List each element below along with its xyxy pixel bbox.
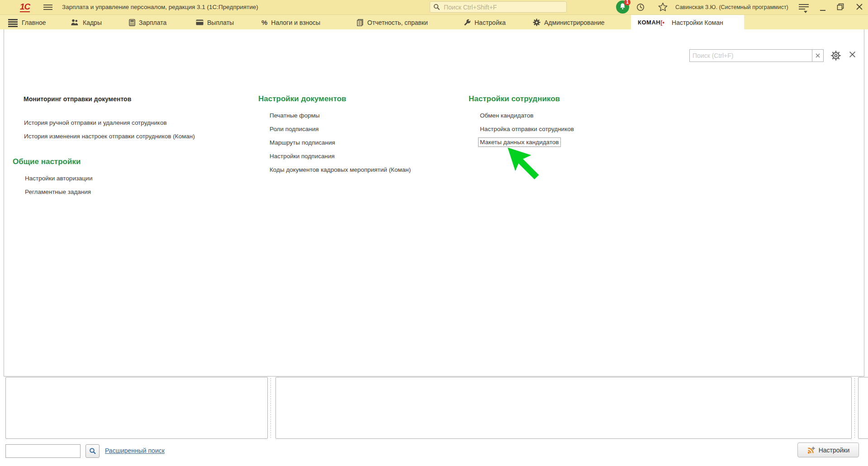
menu-link-marshruty-podpisaniya[interactable]: Маршруты подписания — [270, 139, 335, 146]
close-window-button[interactable] — [856, 3, 863, 12]
tab-nastroyka[interactable]: Настройка — [464, 15, 506, 30]
gear-icon — [533, 19, 541, 26]
menu-link-roli-podpisaniya[interactable]: Роли подписания — [270, 126, 319, 132]
menu-link-nastroyki-podpisaniya[interactable]: Настройки подписания — [270, 153, 335, 160]
menu-link-nastroyki-avtorizatsii[interactable]: Настройки авторизации — [25, 175, 92, 182]
current-user-label[interactable]: Савинская З.Ю. (Системный программист) — [675, 4, 788, 10]
tab-label: Администрирование — [544, 19, 605, 26]
koman-brand-mark: [• — [660, 19, 664, 26]
global-search-input[interactable] — [443, 3, 566, 11]
tab-label: Кадры — [83, 19, 102, 26]
tab-label: Отчетность, справки — [367, 19, 428, 26]
global-search-box[interactable] — [430, 1, 567, 13]
notification-badge: 1 — [624, 0, 631, 5]
koman-brand-logo: КОМАН — [638, 19, 660, 26]
search-icon — [433, 4, 440, 10]
payment-card-icon — [196, 19, 204, 25]
rss-gear-icon — [807, 446, 815, 454]
tab-glavnoe[interactable]: Главное — [22, 15, 46, 30]
wrench-icon — [464, 19, 471, 26]
panel-splitter[interactable] — [270, 378, 271, 438]
panel-settings-gear-icon[interactable] — [830, 50, 841, 63]
settings-button-label: Настройки — [819, 447, 850, 454]
tab-label: Зарплата — [139, 19, 166, 26]
reports-icon — [356, 19, 364, 26]
settings-menu-panel: Мониторинг отправки документов История р… — [4, 29, 864, 377]
menu-link-makety-dannykh-kandidatov-focused[interactable]: Макеты данных кандидатов — [479, 138, 560, 146]
green-callout-arrow-icon — [507, 147, 541, 183]
sections-hamburger-icon[interactable] — [8, 19, 18, 28]
menu-link-pechatnye-formy[interactable]: Печатные формы — [270, 112, 320, 119]
settings-button[interactable]: Настройки — [797, 442, 859, 457]
percent-icon: % — [261, 19, 267, 26]
tab-nalogi[interactable]: % Налоги и взносы — [261, 15, 320, 30]
menu-link-kody-dokumentov[interactable]: Коды документов кадровых мероприятий (Ко… — [270, 166, 411, 173]
search-icon — [89, 447, 96, 455]
section-heading-nastroyki-sotrudnikov: Настройки сотрудников — [469, 94, 560, 104]
form-group-box-left — [5, 377, 268, 439]
quick-search-input[interactable] — [5, 444, 81, 458]
menu-link-nastroyka-otpravki-sotrudnikov[interactable]: Настройка отправки сотрудников — [480, 126, 574, 132]
minimize-button[interactable] — [820, 5, 826, 13]
restore-button[interactable] — [837, 3, 844, 13]
form-group-box-edge — [858, 377, 868, 439]
menu-link-obmen-kandidatov[interactable]: Обмен кандидатов — [480, 112, 533, 119]
section-heading-obshchie-nastroyki: Общие настройки — [13, 157, 81, 166]
clear-x-icon — [816, 53, 820, 58]
section-menu-bar: Главное Кадры Зарплата Выплаты % Налоги … — [0, 14, 868, 29]
title-bar: 1С Зарплата и управление персоналом, ред… — [0, 0, 868, 14]
tab-vyplaty[interactable]: Выплаты — [196, 15, 234, 30]
calculator-icon — [129, 19, 135, 26]
main-menu-icon[interactable] — [43, 5, 52, 11]
search-button[interactable] — [85, 444, 100, 458]
clear-search-button[interactable] — [812, 50, 823, 61]
history-icon[interactable] — [636, 3, 645, 14]
panel-search-box[interactable] — [689, 49, 824, 62]
people-icon — [71, 19, 79, 26]
panel-search-input[interactable] — [690, 50, 812, 61]
advanced-search-link[interactable]: Расширенный поиск — [105, 447, 165, 454]
tab-label: Выплаты — [207, 19, 234, 26]
menu-link-reglamentnye-zadaniya[interactable]: Регламентные задания — [25, 188, 91, 195]
1c-logo: 1С — [20, 2, 30, 12]
active-tab-label: Настройки Коман — [672, 19, 723, 26]
service-menu-icon[interactable] — [799, 4, 809, 13]
menu-link-istoriya-ruchnoy-otpravki[interactable]: История ручной отправки и удаления сотру… — [24, 119, 167, 126]
tab-label: Настройка — [474, 19, 506, 26]
tab-otchetnost[interactable]: Отчетность, справки — [356, 15, 428, 30]
tab-administrirovanie[interactable]: Администрирование — [533, 15, 605, 30]
panel-close-icon[interactable] — [849, 51, 856, 60]
favorites-star-icon[interactable] — [658, 2, 668, 13]
tab-label: Главное — [22, 19, 46, 26]
section-heading-monitoring: Мониторинг отправки документов — [24, 95, 131, 103]
menu-link-istoriya-izmeneniya-nastroek[interactable]: История изменения настроек отправки сотр… — [24, 133, 195, 140]
panel-splitter-right[interactable] — [854, 378, 855, 438]
tab-label: Налоги и взносы — [271, 19, 320, 26]
tab-zarplata[interactable]: Зарплата — [129, 15, 166, 30]
form-group-box-right — [275, 377, 852, 439]
tab-kadry[interactable]: Кадры — [71, 15, 102, 30]
section-heading-nastroyki-dokumentov: Настройки документов — [258, 94, 346, 104]
notifications-button[interactable]: 1 — [616, 0, 629, 14]
window-title: Зарплата и управление персоналом, редакц… — [62, 4, 258, 10]
tab-nastroyki-koman-active[interactable]: КОМАН[• Настройки Коман — [631, 15, 744, 30]
